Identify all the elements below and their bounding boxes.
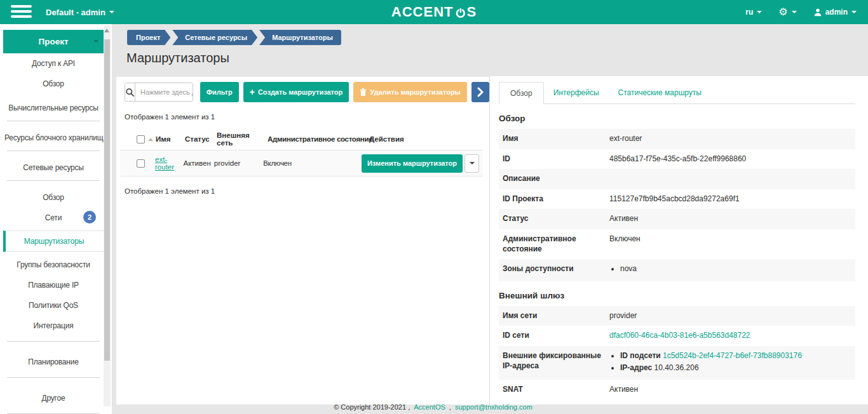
sidebar-item-security-groups[interactable]: Группы безопасности (3, 255, 104, 275)
detail-row: ID сети dfacf060-46ca-4b03-81e6-a5b563d4… (499, 326, 855, 346)
router-detail-panel: Обзор Интерфейсы Статические маршруты Об… (490, 76, 868, 404)
power-icon (454, 7, 466, 18)
brand-text-left: ACCENT (391, 4, 454, 20)
create-router-button[interactable]: + Создать маршрутизатор (243, 82, 349, 102)
breadcrumb-item-network-resources[interactable]: Сетевые ресурсы (172, 30, 257, 45)
router-external-network: provider (214, 159, 263, 167)
section-title-overview: Обзор (499, 114, 855, 123)
detail-row: ID Проекта 115127e7fb9b45acbcd28da9272a6… (499, 189, 855, 210)
next-page-button[interactable] (471, 82, 489, 102)
footer-separator: , (449, 403, 451, 411)
search-icon (125, 88, 135, 97)
availability-zone-value: nova (620, 264, 855, 274)
domain-project-selector[interactable]: Default - admin (46, 0, 114, 24)
detail-row: Имя ext-router (499, 129, 855, 149)
network-name-value: provider (609, 311, 855, 321)
router-name-value: ext-router (609, 134, 855, 144)
sidebar-item-overview[interactable]: Обзор (3, 74, 104, 94)
router-admin-state: Включен (263, 159, 362, 167)
column-header-name[interactable]: Имя (156, 135, 185, 143)
filter-button[interactable]: Фильтр (200, 82, 239, 102)
topbar-right-group: ru ⚙ admin (745, 0, 857, 24)
scrollbar-thumb[interactable] (104, 39, 110, 361)
sidebar-item-routers[interactable]: Маршрутизаторы (3, 230, 104, 252)
tab-static-routes[interactable]: Статические маршруты (609, 81, 711, 104)
sidebar-item-qos-policies[interactable]: Политики QoS (3, 295, 104, 316)
filter-input[interactable] (135, 83, 193, 101)
sidebar-scrollbar[interactable] (104, 25, 111, 406)
domain-project-label: Default - admin (46, 8, 105, 17)
sidebar-header-project[interactable]: Проект (3, 30, 104, 53)
sort-asc-icon[interactable] (148, 138, 153, 141)
edit-router-button[interactable]: Изменить маршрутизатор (362, 154, 463, 173)
gear-icon: ⚙ (778, 7, 787, 17)
sidebar-item-networks[interactable]: Сети 2 (3, 208, 104, 228)
brand-text-right: S (466, 4, 477, 20)
column-header-external-network[interactable]: Внешняя сеть (217, 131, 268, 147)
trash-icon (360, 88, 367, 97)
footer-support-link[interactable]: support@tnxholding.com (455, 403, 532, 411)
count-badge: 2 (83, 211, 96, 224)
plus-icon: + (250, 88, 255, 97)
search-group: ✖ (125, 83, 193, 102)
chevron-down-icon (757, 11, 762, 13)
sidebar-item-api-access[interactable]: Доступ к API (3, 53, 104, 74)
detail-tabs: Обзор Интерфейсы Статические маршруты (499, 81, 855, 104)
footer-brand-link[interactable]: AccentOS (414, 403, 445, 411)
router-name-link[interactable]: ext-router (155, 156, 174, 171)
brand-logo: ACCENT S (391, 0, 477, 24)
router-status: Активен (184, 159, 214, 167)
sidebar: Проект Доступ к API Обзор Вычислительные… (0, 24, 112, 414)
actions-dropdown-toggle[interactable] (465, 154, 479, 173)
ip-address-value: 10.40.36.206 (654, 363, 699, 372)
column-header-admin-state[interactable]: Административное состояние (268, 135, 369, 143)
sidebar-item-network-overview[interactable]: Обзор (3, 187, 104, 208)
chevron-down-icon (93, 40, 98, 43)
breadcrumb-item-routers[interactable]: Маршрутизаторы (259, 30, 341, 45)
table-row[interactable]: ext-router Активен provider Включен Изме… (120, 150, 483, 177)
detail-row: Статус Активен (499, 209, 855, 229)
status-value: Активен (609, 214, 855, 224)
scroll-up-icon[interactable] (104, 29, 109, 32)
tab-interfaces[interactable]: Интерфейсы (544, 81, 609, 104)
sidebar-menu: Проект Доступ к API Обзор Вычислительные… (3, 30, 104, 414)
subnet-id-link[interactable]: 1c5d524b-2ef4-4727-b6ef-73fb88903176 (663, 351, 802, 360)
tab-overview[interactable]: Обзор (499, 82, 544, 104)
breadcrumb-item-project[interactable]: Проект (127, 30, 170, 45)
menu-icon[interactable] (11, 5, 32, 19)
ip-address-label: IP-адрес (620, 363, 652, 372)
snat-value: Активен (609, 385, 855, 395)
sidebar-item-block-storage[interactable]: Ресурсы блочного хранилища (3, 128, 104, 148)
divider (7, 150, 100, 151)
table-toolbar: ✖ Фильтр + Создать маршрутизатор Удалить… (125, 82, 489, 102)
detail-row: SNAT Активен (499, 380, 855, 400)
sidebar-item-compute-resources[interactable]: Вычислительные ресурсы (3, 98, 104, 118)
row-checkbox[interactable] (137, 159, 145, 168)
language-selector[interactable]: ru (745, 8, 762, 17)
network-id-link[interactable]: dfacf060-46ca-4b03-81e6-a5b563d48722 (609, 331, 750, 340)
column-header-actions: Действия (369, 135, 458, 143)
breadcrumb: Проект Сетевые ресурсы Маршрутизаторы (127, 30, 341, 45)
subnet-id-label: ID подсети (620, 351, 661, 360)
settings-menu[interactable]: ⚙ (778, 7, 796, 17)
page-title: Маршрутизаторы (126, 51, 229, 65)
divider (7, 377, 100, 378)
sidebar-item-floating-ips[interactable]: Плавающие IP (3, 275, 104, 295)
overview-rows: Имя ext-router ID 485b6a17-f75e-435c-a5f… (499, 129, 855, 281)
user-menu[interactable]: admin (813, 8, 857, 17)
sidebar-item-integration[interactable]: Интеграция (3, 316, 104, 336)
chevron-down-icon (851, 11, 857, 13)
column-header-status[interactable]: Статус (185, 135, 217, 143)
detail-row: Внешние фиксированные IP-адреса ID подсе… (499, 346, 855, 380)
search-button[interactable] (125, 83, 135, 101)
copyright-text: © Copyright 2019-2021 , (334, 403, 410, 411)
divider (7, 341, 100, 342)
project-id-value: 115127e7fb9b45acbcd28da9272a69f1 (609, 194, 855, 204)
router-id-value: 485b6a17-f75e-435c-a5fb-22eff9968860 (609, 154, 855, 164)
divider (7, 180, 100, 181)
sidebar-item-planning[interactable]: Планирование (3, 352, 104, 372)
delete-routers-button[interactable]: Удалить маршрутизаторы (353, 82, 467, 102)
footer: © Copyright 2019-2021 , AccentOS , suppo… (0, 403, 868, 411)
sidebar-item-network-resources[interactable]: Сетевые ресурсы (3, 157, 104, 178)
select-all-checkbox[interactable] (137, 135, 145, 144)
